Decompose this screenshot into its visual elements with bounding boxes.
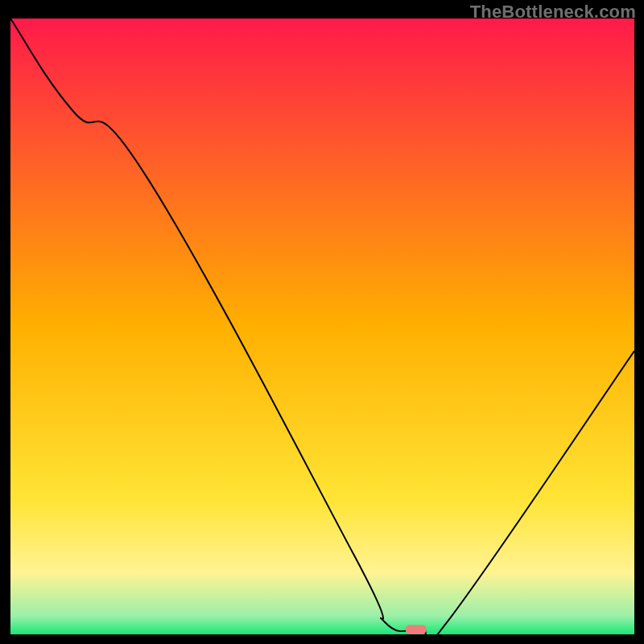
watermark-text: TheBottleneck.com xyxy=(470,2,636,23)
optimal-marker xyxy=(406,625,427,634)
gradient-background xyxy=(10,19,634,634)
plot-svg xyxy=(10,19,634,634)
chart-frame: TheBottleneck.com xyxy=(0,0,644,644)
plot-area xyxy=(10,19,634,634)
